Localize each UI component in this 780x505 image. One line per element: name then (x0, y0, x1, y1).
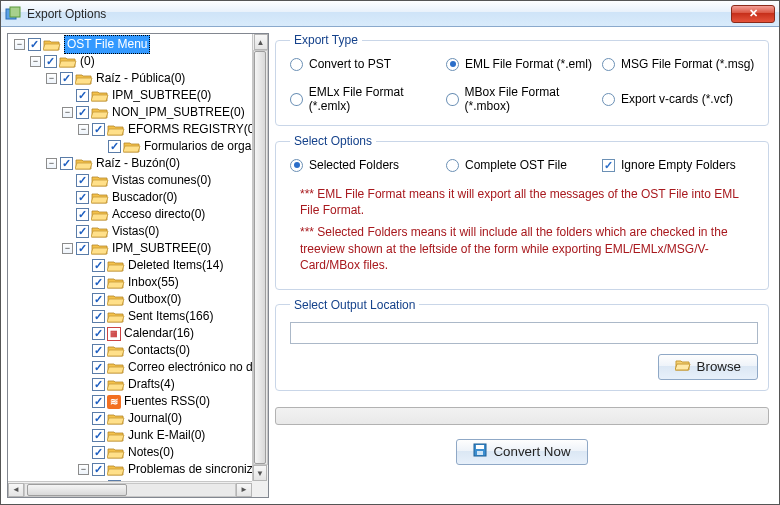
tree-checkbox[interactable] (92, 310, 105, 323)
collapse-icon[interactable]: − (14, 39, 25, 50)
output-path-input[interactable] (290, 322, 758, 344)
tree-node-label: Raíz - Buzón(0) (96, 155, 180, 172)
collapse-icon[interactable]: − (78, 464, 89, 475)
tree-checkbox[interactable] (76, 89, 89, 102)
scroll-right-arrow-icon[interactable]: ► (236, 483, 252, 497)
tree-node[interactable]: Vistas comunes(0) (10, 172, 252, 189)
note-selected-folders: *** Selected Folders means it will inclu… (300, 224, 758, 273)
checkbox-label: Ignore Empty Folders (621, 158, 736, 172)
tree-node[interactable]: Correo electrónico no deseado(0) (10, 359, 252, 376)
tree-checkbox[interactable] (92, 361, 105, 374)
tree-checkbox[interactable] (92, 293, 105, 306)
tree-node[interactable]: Deleted Items(14) (10, 257, 252, 274)
calendar-icon: ▦ (107, 327, 121, 341)
tree-node[interactable]: Drafts(4) (10, 376, 252, 393)
tree-checkbox[interactable] (92, 123, 105, 136)
tree-node[interactable]: Notes(0) (10, 444, 252, 461)
radio-label: Convert to PST (309, 57, 391, 71)
tree-node[interactable]: Contacts(0) (10, 342, 252, 359)
collapse-icon[interactable]: − (46, 73, 57, 84)
tree-checkbox[interactable] (76, 208, 89, 221)
tree-checkbox[interactable] (92, 446, 105, 459)
radio-selected-folders[interactable]: Selected Folders (290, 158, 446, 172)
tree-node[interactable]: −EFORMS REGISTRY(0) (10, 121, 252, 138)
toggle-spacer (78, 277, 89, 288)
toggle-spacer (78, 413, 89, 424)
collapse-icon[interactable]: − (46, 158, 57, 169)
tree-node[interactable]: Junk E-Mail(0) (10, 427, 252, 444)
tree-node[interactable]: Outbox(0) (10, 291, 252, 308)
scroll-down-arrow-icon[interactable]: ▼ (253, 465, 267, 481)
tree-checkbox[interactable] (92, 259, 105, 272)
tree-checkbox[interactable] (76, 225, 89, 238)
tree-node-label: Fuentes RSS(0) (124, 393, 210, 410)
save-disk-icon (473, 443, 487, 460)
svg-rect-3 (476, 445, 484, 449)
tree-checkbox[interactable] (44, 55, 57, 68)
close-button[interactable]: ✕ (731, 5, 775, 23)
tree-node[interactable]: −OST File Menu (10, 36, 252, 53)
tree-node[interactable]: Journal(0) (10, 410, 252, 427)
tree-node[interactable]: −Raíz - Buzón(0) (10, 155, 252, 172)
tree-node[interactable]: Vistas(0) (10, 223, 252, 240)
tree-node-label: Vistas(0) (112, 223, 159, 240)
tree-node[interactable]: ▦Calendar(16) (10, 325, 252, 342)
folder-icon (91, 174, 109, 188)
tree-vertical-scrollbar[interactable]: ▲ ▼ (252, 34, 268, 481)
tree-checkbox[interactable] (28, 38, 41, 51)
tree-node[interactable]: Inbox(55) (10, 274, 252, 291)
collapse-icon[interactable]: − (62, 107, 73, 118)
tree-checkbox[interactable] (92, 395, 105, 408)
folder-tree[interactable]: −OST File Menu− (0)−Raíz - Pública(0)IPM… (8, 34, 252, 481)
tree-checkbox[interactable] (92, 378, 105, 391)
browse-label: Browse (697, 359, 741, 374)
tree-node[interactable]: −IPM_SUBTREE(0) (10, 240, 252, 257)
tree-checkbox[interactable] (76, 242, 89, 255)
tree-checkbox[interactable] (92, 327, 105, 340)
tree-node[interactable]: −Problemas de sincronización(84) (10, 461, 252, 478)
tree-node[interactable]: IPM_SUBTREE(0) (10, 87, 252, 104)
tree-checkbox[interactable] (92, 429, 105, 442)
tree-node[interactable]: Acceso directo(0) (10, 206, 252, 223)
browse-button[interactable]: Browse (658, 354, 758, 380)
radio-emlx-format[interactable]: EMLx File Format (*.emlx) (290, 85, 446, 113)
radio-icon (446, 93, 459, 106)
tree-checkbox[interactable] (108, 140, 121, 153)
convert-now-button[interactable]: Convert Now (456, 439, 587, 465)
tree-checkbox[interactable] (76, 106, 89, 119)
tree-node[interactable]: Buscador(0) (10, 189, 252, 206)
collapse-icon[interactable]: − (30, 56, 41, 67)
tree-horizontal-scrollbar[interactable]: ◄ ► (8, 481, 252, 497)
radio-msg-format[interactable]: MSG File Format (*.msg) (602, 57, 758, 71)
tree-checkbox[interactable] (92, 344, 105, 357)
tree-node[interactable]: − (0) (10, 53, 252, 70)
tree-checkbox[interactable] (76, 191, 89, 204)
tree-checkbox[interactable] (92, 276, 105, 289)
tree-node-label: Acceso directo(0) (112, 206, 205, 223)
radio-vcard-format[interactable]: Export v-cards (*.vcf) (602, 85, 758, 113)
tree-node[interactable]: −NON_IPM_SUBTREE(0) (10, 104, 252, 121)
collapse-icon[interactable]: − (62, 243, 73, 254)
tree-checkbox[interactable] (60, 157, 73, 170)
tree-node[interactable]: Formularios de organización(0) (10, 138, 252, 155)
radio-label: MSG File Format (*.msg) (621, 57, 754, 71)
scroll-up-arrow-icon[interactable]: ▲ (254, 34, 268, 50)
tree-node[interactable]: Sent Items(166) (10, 308, 252, 325)
tree-node[interactable]: −Raíz - Pública(0) (10, 70, 252, 87)
tree-checkbox[interactable] (92, 463, 105, 476)
radio-convert-to-pst[interactable]: Convert to PST (290, 57, 446, 71)
toggle-spacer (78, 362, 89, 373)
tree-checkbox[interactable] (92, 412, 105, 425)
toggle-spacer (78, 430, 89, 441)
tree-checkbox[interactable] (76, 174, 89, 187)
radio-mbox-format[interactable]: MBox File Format (*.mbox) (446, 85, 602, 113)
tree-checkbox[interactable] (60, 72, 73, 85)
radio-complete-ost[interactable]: Complete OST File (446, 158, 602, 172)
radio-eml-format[interactable]: EML File Format (*.eml) (446, 57, 602, 71)
checkbox-ignore-empty[interactable]: Ignore Empty Folders (602, 158, 758, 172)
collapse-icon[interactable]: − (78, 124, 89, 135)
tree-node[interactable]: ≋Fuentes RSS(0) (10, 393, 252, 410)
scroll-left-arrow-icon[interactable]: ◄ (8, 483, 24, 497)
radio-label: Export v-cards (*.vcf) (621, 92, 733, 106)
folder-icon (107, 259, 125, 273)
